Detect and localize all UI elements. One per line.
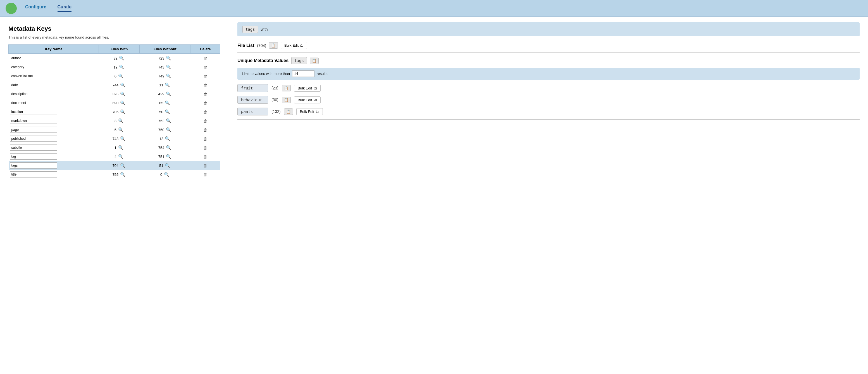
search-files-without-button[interactable]: 🔍 (164, 109, 170, 115)
search-files-with-button[interactable]: 🔍 (120, 171, 126, 177)
delete-button[interactable]: 🗑 (203, 55, 208, 61)
delete-button[interactable]: 🗑 (203, 100, 208, 106)
search-files-with-button[interactable]: 🔍 (118, 73, 124, 79)
tab-curate[interactable]: Curate (58, 4, 72, 12)
search-files-without-button[interactable]: 🔍 (165, 126, 172, 133)
search-files-with-button[interactable]: 🔍 (118, 153, 124, 160)
search-files-without-button[interactable]: 🔍 (165, 118, 172, 124)
file-list-copy-button[interactable]: 📋 (269, 42, 278, 49)
delete-button[interactable]: 🗑 (203, 127, 208, 133)
col-files-without: Files Without (140, 45, 190, 54)
key-input[interactable] (10, 126, 57, 133)
search-files-with-button[interactable]: 🔍 (118, 118, 124, 124)
page-title: Metadata Keys (8, 25, 220, 32)
value-copy-button[interactable]: 📋 (284, 109, 293, 115)
delete-button[interactable]: 🗑 (203, 172, 208, 177)
value-tag: fruit (238, 84, 268, 92)
key-input[interactable] (10, 82, 57, 88)
table-row: 1 🔍 754 🔍 🗑 (9, 143, 220, 152)
value-bulk-edit-button[interactable]: Bulk Edit 🗂 (296, 108, 323, 115)
delete-button[interactable]: 🗑 (203, 118, 208, 124)
key-input[interactable] (10, 145, 57, 151)
delete-button[interactable]: 🗑 (203, 64, 208, 70)
table-cell-key (9, 89, 99, 98)
search-files-with-button[interactable]: 🔍 (120, 109, 126, 115)
delete-button[interactable]: 🗑 (203, 145, 208, 151)
table-row: 4 🔍 751 🔍 🗑 (9, 152, 220, 161)
delete-button[interactable]: 🗑 (203, 73, 208, 79)
key-input[interactable] (10, 100, 57, 106)
search-files-without-button[interactable]: 🔍 (165, 145, 172, 151)
search-files-with-button[interactable]: 🔍 (120, 91, 126, 97)
search-files-with-button[interactable]: 🔍 (118, 126, 124, 133)
search-files-without-button[interactable]: 🔍 (164, 82, 170, 88)
file-list-count: (704) (257, 43, 266, 48)
key-input[interactable] (10, 118, 57, 124)
table-cell-key (9, 116, 99, 125)
value-bulk-edit-label: Bulk Edit (300, 110, 314, 114)
limit-input[interactable] (292, 70, 314, 77)
search-files-without-button[interactable]: 🔍 (165, 91, 172, 97)
key-input[interactable] (10, 136, 57, 142)
key-input[interactable] (10, 163, 57, 169)
delete-button[interactable]: 🗑 (203, 109, 208, 115)
key-input[interactable] (10, 91, 57, 97)
table-cell-delete: 🗑 (190, 81, 220, 89)
search-files-with-button[interactable]: 🔍 (120, 136, 126, 142)
table-cell-files-without: 749 🔍 (140, 71, 190, 81)
table-row: 6 🔍 749 🔍 🗑 (9, 71, 220, 81)
search-files-without-button[interactable]: 🔍 (165, 73, 172, 79)
table-cell-files-without: 743 🔍 (140, 63, 190, 71)
key-input[interactable] (10, 55, 57, 61)
search-files-without-button[interactable]: 🔍 (165, 55, 172, 61)
key-input[interactable] (10, 109, 57, 115)
search-files-without-button[interactable]: 🔍 (164, 163, 170, 169)
key-input[interactable] (10, 64, 57, 70)
delete-button[interactable]: 🗑 (203, 136, 208, 142)
search-files-without-button[interactable]: 🔍 (165, 64, 172, 70)
search-files-without-button[interactable]: 🔍 (164, 100, 170, 106)
search-files-without-button[interactable]: 🔍 (165, 153, 172, 160)
file-list-bulk-edit-button[interactable]: Bulk Edit 🗂 (281, 42, 307, 49)
unique-metadata-header: Unique Metadata Values tags 📋 (238, 57, 860, 64)
table-cell-files-without: 750 🔍 (140, 125, 190, 134)
table-row: 704 🔍 51 🔍 🗑 (9, 161, 220, 170)
main-nav: Configure Curate (25, 4, 71, 12)
search-files-with-button[interactable]: 🔍 (118, 145, 124, 151)
table-header-row: Key Name Files With Files Without Delete (9, 45, 220, 54)
value-bulk-edit-icon: 🗂 (313, 98, 317, 102)
logo (6, 3, 17, 14)
value-tag: behaviour (238, 96, 268, 104)
delete-button[interactable]: 🗑 (203, 163, 208, 169)
table-cell-files-without: 51 🔍 (140, 161, 190, 170)
table-cell-key (9, 143, 99, 152)
search-files-with-button[interactable]: 🔍 (118, 64, 125, 70)
table-cell-delete: 🗑 (190, 161, 220, 170)
search-files-with-button[interactable]: 🔍 (120, 82, 126, 88)
key-input[interactable] (10, 153, 57, 160)
file-list-section: File List (704) 📋 Bulk Edit 🗂 (238, 42, 860, 53)
file-list-header: File List (704) 📋 Bulk Edit 🗂 (238, 42, 860, 49)
limit-bar: Limit to values with more than results. (238, 68, 860, 80)
key-input[interactable] (10, 171, 57, 177)
delete-button[interactable]: 🗑 (203, 154, 208, 160)
delete-button[interactable]: 🗑 (203, 91, 208, 97)
search-files-without-button[interactable]: 🔍 (163, 171, 170, 177)
delete-button[interactable]: 🗑 (203, 82, 208, 88)
search-files-with-button[interactable]: 🔍 (120, 100, 126, 106)
value-copy-button[interactable]: 📋 (282, 85, 291, 91)
table-cell-delete: 🗑 (190, 134, 220, 143)
table-cell-files-without: 752 🔍 (140, 116, 190, 125)
value-bulk-edit-button[interactable]: Bulk Edit 🗂 (294, 96, 320, 104)
tab-configure[interactable]: Configure (25, 4, 46, 12)
table-cell-delete: 🗑 (190, 98, 220, 107)
search-files-with-button[interactable]: 🔍 (120, 163, 126, 169)
key-input[interactable] (10, 73, 57, 79)
unique-value-row: pants (132) 📋 Bulk Edit 🗂 (238, 108, 860, 115)
value-bulk-edit-button[interactable]: Bulk Edit 🗂 (294, 85, 320, 92)
unique-metadata-copy-button[interactable]: 📋 (310, 58, 319, 64)
search-files-with-button[interactable]: 🔍 (118, 55, 125, 61)
search-files-without-button[interactable]: 🔍 (164, 136, 170, 142)
unique-metadata-tag: tags (291, 57, 307, 64)
value-copy-button[interactable]: 📋 (282, 97, 291, 103)
